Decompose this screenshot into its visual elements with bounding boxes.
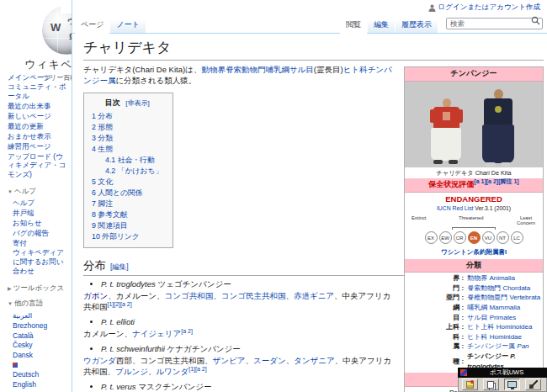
toc-item[interactable]: 8 参考文献 — [92, 209, 162, 220]
sidebar-nav-item[interactable]: アップロード (ウィキメディア・コモンズ) — [8, 151, 69, 180]
language-item[interactable]: Česky — [13, 341, 69, 351]
edit-section-link[interactable]: [編集] — [110, 262, 129, 271]
mini-window-titlebar[interactable]: ポス戦UWS — [458, 368, 547, 378]
language-item[interactable]: Brezhoneg — [13, 320, 69, 331]
footnote-link[interactable]: [1][a 2] — [189, 366, 206, 372]
text-link[interactable]: コンゴ共和国 — [165, 291, 214, 300]
text-link[interactable]: ザンビア — [213, 356, 246, 365]
text-link[interactable]: IUCN Red List — [437, 205, 473, 211]
text-link[interactable]: ルワンダ — [156, 367, 189, 376]
sidebar-nav-item[interactable]: おまかせ表示 — [8, 131, 69, 141]
sidebar-nav-item[interactable]: 練習用ページ — [8, 141, 69, 151]
text-link[interactable]: 哺乳綱 Mammalia — [467, 304, 520, 311]
text-link[interactable]: サル目 Primates — [467, 314, 516, 321]
toc-item[interactable]: 4.1 社会・行動 — [92, 155, 162, 166]
sidebar-nav: メインページコミュニティ・ポータル最近の出来事新しいページ最近の更新おまかせ表示… — [8, 72, 69, 180]
text-link[interactable]: スーダン — [253, 356, 286, 365]
article: チャリデキタ チンパンジー チャリデキタ Chari De Kita 保全状況評… — [72, 34, 547, 392]
toc-item[interactable]: 4 生態 — [92, 144, 162, 155]
toc-item[interactable]: 10 外部リンク — [92, 231, 162, 242]
toolbar-button[interactable] — [462, 379, 478, 390]
iucn-category-badge: EX — [425, 231, 438, 244]
text-link[interactable]: コンゴ民主共和国 — [221, 291, 286, 300]
iucn-scale-labels: Extinct Threatened Least Concern — [405, 214, 543, 226]
toolbar-button[interactable] — [483, 379, 499, 390]
text-link[interactable]: 動物界 Animalia — [467, 274, 515, 282]
text-link[interactable]: ブルンジ — [115, 367, 148, 376]
sidebar-help-item[interactable]: バグの報告 — [13, 228, 69, 238]
footnote-link[interactable]: [a 2] — [181, 328, 193, 334]
language-item[interactable]: Dansk — [13, 351, 69, 361]
toc-list: 1 分布 2 形態 3 分類 4 生態 4.1 社会・行動 4.2 「かけおち」… — [92, 111, 162, 242]
namespace-tab[interactable]: ノート — [110, 16, 145, 34]
namespace-tab[interactable]: ページ — [75, 16, 109, 34]
toc-item[interactable]: 3 分類 — [92, 133, 162, 144]
text-link[interactable]: タンザニア — [294, 356, 335, 365]
photo-caption: チャリデキタ Chari De Kita — [405, 167, 543, 178]
text-link[interactable]: ガボン — [83, 291, 108, 300]
cites-link[interactable]: ワシントン条約附属書I — [405, 246, 543, 259]
sidebar-help-item[interactable]: 井戸端 — [13, 208, 69, 218]
text-link[interactable]: サル目 — [289, 65, 314, 74]
classification-row: 綱 : 哺乳綱 Mammalia — [405, 303, 543, 313]
sidebar-help-item[interactable]: 寄付 — [13, 238, 69, 248]
text-link[interactable]: チンパンジー属 — [467, 342, 515, 350]
text-link[interactable]: 動物界 — [201, 65, 226, 74]
text-link[interactable]: 哺乳綱 — [265, 65, 289, 74]
iucn-category-badge: EN — [468, 231, 481, 244]
sidebar-nav-item[interactable]: メインページ — [8, 72, 69, 82]
handtruck-icon — [529, 380, 538, 389]
toc-item[interactable]: 6 人間との関係 — [92, 188, 162, 199]
copy-icon — [487, 381, 494, 389]
language-item[interactable]: English — [13, 379, 69, 389]
toc-item[interactable]: 2 形態 — [92, 122, 162, 133]
text-link[interactable]: 赤道ギニア — [294, 291, 334, 300]
footnote-link[interactable]: [1][2][a 2] — [108, 301, 132, 307]
classification-row: 亜門 : 脊椎動物亜門 Vertebrata — [405, 293, 543, 303]
text-link[interactable]: 脊椎動物亜門 Vertebrata — [467, 294, 540, 301]
taxon-photo — [405, 82, 543, 167]
toc-item[interactable]: 7 脚注 — [92, 199, 162, 209]
sidebar-section-languages[interactable]: ▼他の言語 — [8, 299, 69, 308]
classification-row: 上科 : ヒト上科 Hominoidea — [405, 322, 543, 332]
app-icon — [460, 369, 467, 376]
toolbar-button[interactable] — [504, 379, 520, 390]
toc-item[interactable]: 5 文化 — [92, 177, 162, 188]
taxobox: チンパンジー チャリデキタ Chari De Kita 保全状況評価[a 1][… — [404, 66, 544, 392]
text-link[interactable]: 脊索動物門 Chordata — [467, 284, 530, 292]
toc-hide-toggle[interactable]: [非表示] — [125, 99, 149, 107]
toolbar-button[interactable] — [525, 379, 541, 390]
language-item[interactable]: العربية — [13, 310, 69, 320]
sidebar-help-item[interactable]: お知らせ — [13, 218, 69, 228]
sidebar-section-toolbox[interactable]: ▶ツールボックス — [8, 283, 69, 293]
search-input[interactable] — [446, 18, 543, 29]
text-link[interactable]: Pan — [515, 342, 528, 350]
sidebar-nav-item[interactable]: コミュニティ・ポータル — [8, 82, 69, 102]
sidebar-nav-item[interactable]: 最近の更新 — [8, 121, 69, 131]
text-link[interactable]: ヒト上科 Hominoidea — [467, 323, 532, 331]
search-icon[interactable] — [531, 16, 540, 25]
text-link[interactable]: ナイジェリア — [132, 329, 181, 338]
sidebar-section-help[interactable]: ▼ヘルプ — [8, 187, 69, 196]
sidebar-nav-item[interactable]: 新しいページ — [8, 112, 69, 122]
toc-item[interactable]: 9 関連項目 — [92, 220, 162, 231]
language-item[interactable]: Català — [13, 331, 69, 341]
view-tab[interactable]: 編集 — [368, 16, 395, 34]
text-link[interactable]: ヒト科 — [343, 65, 368, 74]
text-link[interactable]: 脊索動物門 — [226, 65, 266, 74]
sidebar-nav-item[interactable]: 最近の出来事 — [8, 102, 69, 112]
sidebar-help-list: ヘルプ井戸端お知らせバグの報告寄付ウィキペディアに関するお問い合わせ — [8, 199, 69, 277]
text-link[interactable]: ウガンダ — [83, 356, 116, 365]
package-icon — [466, 381, 474, 389]
text-link[interactable]: ヒト科 Hominidae — [467, 333, 522, 341]
sidebar-help-item[interactable]: ヘルプ — [13, 199, 69, 209]
toc-item[interactable]: 4.2 「かけおち」 — [92, 166, 162, 177]
toc-item[interactable]: 1 分布 — [92, 111, 162, 122]
conservation-status-header: 保全状況評価[a 1][a 2][脚注 1] — [405, 178, 543, 193]
view-tab[interactable]: 履歴表示 — [396, 16, 438, 34]
sidebar-language-list: العربيةBrezhonegCatalàČeskyDanskDeutschE… — [8, 310, 69, 392]
language-item[interactable]: Deutsch — [13, 361, 69, 380]
sidebar-help-item[interactable]: ウィキペディアに関するお問い合わせ — [13, 248, 69, 277]
footnote-link[interactable]: [a 1][a 2][脚注 1] — [474, 178, 518, 184]
view-tab[interactable]: 閲覧 — [340, 16, 367, 34]
